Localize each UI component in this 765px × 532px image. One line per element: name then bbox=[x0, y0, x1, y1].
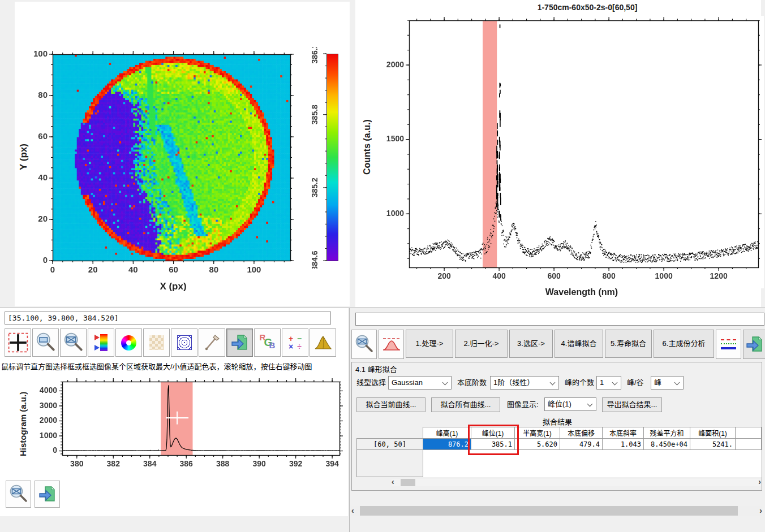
table-cell[interactable]: 8.450e+04 bbox=[644, 439, 690, 450]
zoom-reset-button[interactable] bbox=[351, 330, 377, 359]
peak-count-select[interactable]: 1 bbox=[596, 376, 621, 390]
annotation-red-box bbox=[468, 425, 519, 455]
table-corner bbox=[357, 427, 423, 439]
scroll-left-arrow[interactable]: ‹ bbox=[351, 507, 354, 514]
row-header[interactable]: [60, 50] bbox=[357, 439, 423, 450]
table-cell-selected[interactable]: 876.2 bbox=[423, 439, 471, 450]
column-header[interactable]: 本底偏移 bbox=[560, 427, 603, 439]
texture-icon bbox=[149, 335, 164, 350]
display-mode-select[interactable]: 峰位(1) bbox=[544, 397, 596, 411]
pattern-button[interactable] bbox=[171, 328, 197, 357]
curve-styles-button[interactable] bbox=[716, 330, 741, 359]
table-cell-empty bbox=[736, 439, 762, 450]
export-icon bbox=[230, 333, 250, 352]
color-wheel-button[interactable] bbox=[115, 328, 142, 357]
texture-button[interactable] bbox=[143, 328, 170, 357]
zoom-region-button[interactable] bbox=[32, 328, 59, 357]
heatmap-canvas[interactable] bbox=[30, 50, 296, 286]
crosshair-icon bbox=[8, 332, 28, 353]
table-cell[interactable]: 5241. bbox=[690, 439, 736, 450]
column-header[interactable]: 半高宽(1) bbox=[515, 427, 560, 439]
section-title: 4.1 峰形拟合 bbox=[355, 364, 397, 374]
colormap-button[interactable] bbox=[88, 328, 114, 357]
chevron-down-icon bbox=[587, 401, 593, 407]
step-pca-button[interactable]: 6.主成份分析 bbox=[654, 330, 714, 358]
measure-button[interactable] bbox=[199, 328, 225, 357]
math-ops-button[interactable]: +−×÷ bbox=[282, 328, 308, 357]
export-icon bbox=[38, 485, 57, 504]
zoom-reset-button[interactable] bbox=[60, 328, 87, 357]
scrollbar-thumb[interactable] bbox=[360, 506, 738, 516]
colorbar[interactable] bbox=[305, 47, 341, 269]
heatmap-panel: Y (px) X (px) bbox=[15, 2, 350, 306]
scroll-left-arrow[interactable]: ‹ bbox=[392, 478, 394, 486]
column-header[interactable]: 残差平方和 bbox=[644, 427, 690, 439]
scroll-right-arrow[interactable]: › bbox=[758, 478, 761, 486]
zoom-reset-button[interactable] bbox=[6, 481, 31, 508]
column-header-empty bbox=[736, 427, 762, 439]
fit-readout bbox=[355, 313, 764, 326]
step-normalize-button[interactable]: 2.归一化-> bbox=[455, 330, 508, 358]
export-icon bbox=[745, 335, 764, 354]
scroll-right-arrow[interactable]: › bbox=[759, 507, 762, 514]
line-type-label: 线型选择 bbox=[356, 376, 386, 390]
fit-panel: 1.处理-> 2.归一化-> 3.选区-> 4.谱峰拟合 5.寿命拟合 6.主成… bbox=[349, 308, 765, 532]
chevron-down-icon bbox=[674, 380, 680, 386]
colormap-icon bbox=[100, 334, 108, 351]
step-lifetime-fit-button[interactable]: 5.寿命拟合 bbox=[605, 330, 652, 358]
baseline-order-select[interactable]: 1阶（线性） bbox=[490, 376, 559, 390]
spectrum-panel: 1-750cm-60x50-2s-0[60,50] Counts (a.u.) … bbox=[355, 0, 761, 307]
table-cell[interactable]: 1.043 bbox=[603, 439, 644, 450]
peak-count-value: 1 bbox=[600, 378, 604, 387]
export-button[interactable] bbox=[743, 330, 765, 359]
color-wheel-icon bbox=[121, 335, 136, 351]
histogram-panel: [35.100, 39.800, 384.520] bbox=[0, 308, 348, 516]
results-title: 拟合结果 bbox=[352, 416, 763, 427]
fit-all-curves-button[interactable]: 拟合所有曲线... bbox=[431, 397, 500, 412]
zoom-out-icon bbox=[355, 335, 374, 354]
step-peak-fit-button[interactable]: 4.谱峰拟合 bbox=[555, 330, 603, 358]
table-cell[interactable]: 5.620 bbox=[515, 439, 560, 450]
export-fit-results-button[interactable]: 导出拟合结果... bbox=[602, 397, 662, 412]
baseline-order-label: 本底阶数 bbox=[457, 376, 487, 390]
peak-fit-icon bbox=[382, 336, 401, 353]
row-header-empty bbox=[357, 450, 423, 477]
surface-3d-button[interactable] bbox=[310, 328, 336, 357]
rgb-icon: RGB bbox=[259, 334, 276, 351]
step-process-button[interactable]: 1.处理-> bbox=[406, 330, 453, 358]
table-cell[interactable]: 479.4 bbox=[560, 439, 603, 450]
crosshair-tool-button[interactable] bbox=[5, 328, 31, 357]
export-image-button[interactable] bbox=[226, 328, 253, 357]
panel-scrollbar[interactable]: ‹ › bbox=[351, 506, 762, 516]
column-header[interactable]: 峰高(1) bbox=[423, 427, 471, 439]
column-header[interactable]: 峰面积(1) bbox=[690, 427, 736, 439]
peak-valley-select[interactable]: 峰 bbox=[651, 376, 684, 390]
line-type-select[interactable]: Gaussian bbox=[388, 376, 452, 390]
peak-fit-groupbox: 4.1 峰形拟合 线型选择 Gaussian 本底阶数 1阶（线性） 峰的个数 … bbox=[351, 362, 762, 491]
pattern-icon bbox=[177, 335, 192, 350]
surface-3d-icon bbox=[313, 333, 333, 352]
chevron-down-icon bbox=[442, 380, 448, 386]
peak-fit-tool-button[interactable] bbox=[379, 330, 404, 359]
spectrum-canvas[interactable] bbox=[378, 16, 764, 288]
math-ops-icon: +−×÷ bbox=[287, 335, 304, 351]
toolbar-hint-text: 鼠标调节直方图选择框或框选图像某个区域获取最大/小值适配色表，滚轮缩放，按住右键… bbox=[1, 361, 347, 371]
measure-icon bbox=[203, 333, 222, 352]
peak-valley-label: 峰/谷 bbox=[627, 376, 644, 390]
column-header[interactable]: 本底斜率 bbox=[603, 427, 644, 439]
app-window: Y (px) X (px) 1-750cm-60x50-2s-0[60,50] … bbox=[0, 0, 765, 532]
fit-results-table: 峰高(1) 峰位(1) 半高宽(1) 本底偏移 本底斜率 残差平方和 峰面积(1… bbox=[356, 427, 762, 477]
step-select-region-button[interactable]: 3.选区-> bbox=[509, 330, 553, 358]
curve-styles-icon bbox=[721, 339, 736, 349]
cursor-readout: [35.100, 39.800, 384.520] bbox=[5, 312, 331, 325]
display-mode-value: 峰位(1) bbox=[548, 400, 571, 408]
rgb-button[interactable]: RGB bbox=[254, 328, 281, 357]
spectrum-x-axis-label: Wavelength (nm) bbox=[497, 287, 667, 297]
histogram-canvas[interactable] bbox=[31, 377, 348, 472]
table-scrollbar[interactable]: ‹ › bbox=[392, 479, 761, 486]
zoom-out-icon bbox=[63, 332, 84, 353]
fit-current-curve-button[interactable]: 拟合当前曲线... bbox=[356, 397, 426, 412]
scrollbar-thumb[interactable] bbox=[401, 479, 415, 486]
export-button[interactable] bbox=[35, 481, 60, 508]
histogram-toolbar bbox=[6, 481, 60, 508]
